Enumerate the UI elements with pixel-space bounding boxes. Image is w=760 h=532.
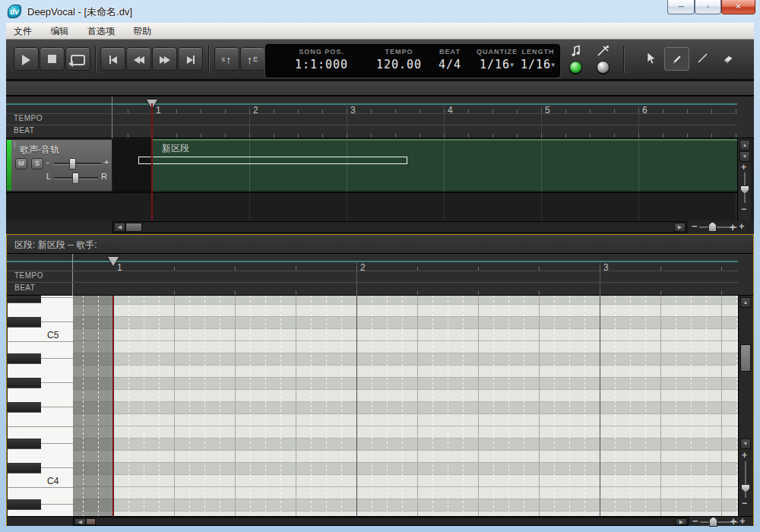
piano-key-F#4[interactable] xyxy=(8,402,41,413)
piano-hscrollbar[interactable]: ◀ ▶ xyxy=(73,517,689,526)
menu-edit[interactable]: 编辑 xyxy=(43,23,76,40)
piano-hzoom-minus[interactable]: − xyxy=(692,516,698,527)
piano-hzoom-plus[interactable]: + xyxy=(739,516,746,527)
set-start-marker-button[interactable]: s↑ xyxy=(214,47,239,71)
lcd-tempo[interactable]: TEMPO120.00 xyxy=(365,48,433,71)
quantize-dropdown-icon[interactable]: ▼ xyxy=(510,62,515,68)
goto-start-button[interactable] xyxy=(100,47,125,71)
part-outline-rect[interactable] xyxy=(138,157,407,164)
track-vzoom-minus[interactable]: − xyxy=(741,204,746,214)
grid-row-G4[interactable] xyxy=(73,390,738,402)
piano-roll-ruler[interactable]: TEMPO BEAT 123 xyxy=(7,254,753,296)
grid-row-C4[interactable] xyxy=(73,475,738,487)
grid-row-D4[interactable] xyxy=(73,451,738,463)
grid-row-A#4[interactable] xyxy=(73,353,738,366)
track-header[interactable]: ⁞ 歌声-音轨 M S - + L R xyxy=(6,139,112,192)
track-scroll-right-button[interactable]: ▶ xyxy=(674,223,686,232)
track-playhead-line[interactable] xyxy=(151,103,153,220)
lcd-length[interactable]: LENGTH 1/16▼ xyxy=(517,48,559,71)
piano-hzoom-thumb[interactable] xyxy=(709,517,717,527)
piano-hscroll-thumb[interactable] xyxy=(86,518,96,525)
maximize-button[interactable]: ▫ xyxy=(695,0,721,14)
piano-key-C#5[interactable] xyxy=(8,317,41,328)
track-hscroll-thumb[interactable] xyxy=(125,223,142,232)
track-area-empty[interactable] xyxy=(6,192,737,220)
piano-vscroll-thumb[interactable] xyxy=(740,344,751,372)
grid-row-D#5[interactable] xyxy=(73,296,738,305)
volume-slider[interactable] xyxy=(54,163,101,165)
piano-scroll-down-button[interactable]: ▼ xyxy=(740,439,751,449)
track-hzoom-minus[interactable]: − xyxy=(692,221,698,232)
tuning-tool-led-button[interactable] xyxy=(597,61,610,74)
piano-scroll-right-button[interactable]: ▶ xyxy=(676,518,687,525)
grid-row-F4[interactable] xyxy=(73,414,738,426)
eraser-tool-button[interactable] xyxy=(716,47,741,71)
track-grip-icon[interactable]: ⁞ xyxy=(14,144,16,147)
piano-corner-zoom-plus[interactable]: + xyxy=(730,515,736,527)
piano-playhead-marker[interactable] xyxy=(108,257,119,266)
piano-keyboard[interactable]: C5C4 xyxy=(8,296,73,516)
track-hzoom-plus[interactable]: + xyxy=(739,221,745,232)
grid-row-B4[interactable] xyxy=(73,341,738,353)
track-vzoom-thumb[interactable] xyxy=(740,185,749,194)
grid-row-C#5[interactable] xyxy=(73,317,738,329)
mute-button[interactable]: M xyxy=(15,158,27,169)
volume-slider-thumb[interactable] xyxy=(69,158,76,169)
stop-button[interactable] xyxy=(40,47,65,71)
menu-file[interactable]: 文件 xyxy=(6,23,40,40)
solo-button[interactable]: S xyxy=(31,158,43,169)
track-hzoom-thumb[interactable] xyxy=(708,222,717,232)
piano-playhead-line[interactable] xyxy=(112,296,114,516)
title-bar[interactable]: dv DeepVocal - [未命名.dv] ─ ▫ ✕ xyxy=(0,0,760,23)
length-dropdown-icon[interactable]: ▼ xyxy=(551,62,556,68)
menu-help[interactable]: 帮助 xyxy=(125,23,159,40)
grid-row-D5[interactable] xyxy=(73,305,738,317)
piano-scroll-left-button[interactable]: ◀ xyxy=(74,518,86,525)
loop-button[interactable] xyxy=(65,47,90,71)
grid-row-E4[interactable] xyxy=(73,426,738,439)
grid-row-C5[interactable] xyxy=(73,329,738,341)
grid-row-A4[interactable] xyxy=(73,366,738,378)
note-grid[interactable] xyxy=(73,296,738,516)
piano-key-G#4[interactable] xyxy=(8,378,41,388)
piano-key-D#4[interactable] xyxy=(8,439,41,449)
grid-row-F#4[interactable] xyxy=(73,402,738,414)
grid-row-A#3[interactable] xyxy=(73,499,738,511)
piano-key-C#4[interactable] xyxy=(8,463,41,473)
piano-vzoom-plus[interactable]: + xyxy=(742,450,747,461)
track-scroll-left-button[interactable]: ◀ xyxy=(114,223,125,232)
play-button[interactable] xyxy=(14,47,39,71)
piano-vzoom-minus[interactable]: − xyxy=(742,498,747,508)
note-mode-led-button[interactable] xyxy=(569,61,582,74)
pencil-tool-button[interactable] xyxy=(664,47,689,71)
track-lane-pre-bar[interactable] xyxy=(112,139,152,192)
grid-row-G#4[interactable] xyxy=(73,378,738,390)
track-ruler[interactable]: TEMPO BEAT 123456 xyxy=(6,97,754,138)
pointer-tool-button[interactable] xyxy=(638,47,663,71)
lcd-beat[interactable]: BEAT4/4 xyxy=(427,48,473,71)
track-region[interactable]: 新区段 xyxy=(152,139,737,192)
pan-slider-thumb[interactable] xyxy=(72,173,79,184)
close-button[interactable]: ✕ xyxy=(721,0,755,14)
track-corner-zoom-plus[interactable]: + xyxy=(730,221,736,233)
track-ruler-timeline[interactable]: 123456 xyxy=(112,97,737,138)
piano-key-A#3[interactable] xyxy=(8,499,41,510)
goto-end-button[interactable] xyxy=(178,47,203,71)
minimize-button[interactable]: ─ xyxy=(667,0,695,14)
line-tool-button[interactable] xyxy=(690,47,715,71)
track-vzoom-plus[interactable]: + xyxy=(741,162,746,173)
track-hscrollbar[interactable]: ◀ ▶ xyxy=(112,221,687,233)
piano-ruler-timeline[interactable]: 123 xyxy=(73,254,738,296)
menu-preferences[interactable]: 首选项 xyxy=(80,23,122,40)
grid-row-B3[interactable] xyxy=(73,487,738,499)
piano-key-D#5[interactable] xyxy=(8,296,41,303)
set-end-marker-button[interactable]: ↑E xyxy=(240,47,265,71)
piano-vzoom-thumb[interactable] xyxy=(741,484,750,492)
forward-button[interactable] xyxy=(152,47,177,71)
track-scroll-up-button[interactable]: ▲ xyxy=(739,140,750,150)
grid-row-D#4[interactable] xyxy=(73,439,738,451)
rewind-button[interactable] xyxy=(126,47,151,71)
piano-key-A#4[interactable] xyxy=(8,353,41,364)
piano-scroll-up-button[interactable]: ▲ xyxy=(740,297,751,308)
grid-row-C#4[interactable] xyxy=(73,463,738,475)
